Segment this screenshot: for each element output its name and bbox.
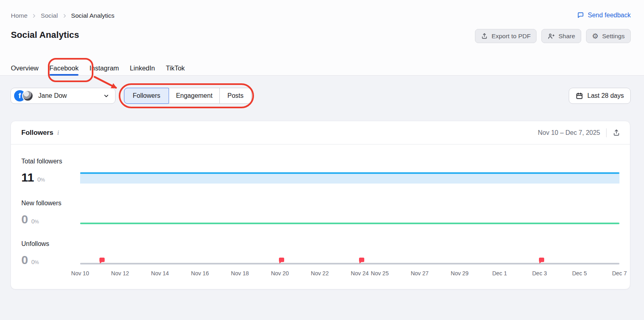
x-tick: Dec 1 xyxy=(492,270,507,277)
unfollows-value: 0 xyxy=(21,254,28,266)
social-analytics-page: Home Social Social Analytics Send feedba… xyxy=(0,0,644,320)
upload-icon xyxy=(481,33,488,39)
x-tick: Nov 20 xyxy=(271,270,289,277)
settings-label: Settings xyxy=(602,33,625,40)
tab-overview[interactable]: Overview xyxy=(11,60,39,76)
x-tick: Nov 22 xyxy=(311,270,328,277)
x-tick: Nov 10 xyxy=(71,270,89,277)
gear-icon: ⚙ xyxy=(592,33,599,40)
event-flag-nov-20[interactable] xyxy=(279,258,284,262)
total-followers-area-fill xyxy=(80,174,619,184)
breadcrumb-home[interactable]: Home xyxy=(11,12,27,19)
breadcrumb-social[interactable]: Social xyxy=(41,12,58,19)
panel-title: Followers xyxy=(21,129,53,137)
x-tick: Nov 27 xyxy=(411,270,428,277)
panel-date-range: Nov 10 – Dec 7, 2025 xyxy=(538,129,600,136)
metric-label-new-followers: New followers xyxy=(21,200,62,207)
segment-followers[interactable]: Followers xyxy=(124,88,169,104)
avatar xyxy=(22,90,33,101)
chevron-right-icon xyxy=(31,13,37,19)
page-title: Social Analytics xyxy=(11,30,79,40)
profile-selector[interactable]: f Jane Dow xyxy=(10,88,116,104)
x-tick: Nov 16 xyxy=(191,270,209,277)
export-to-pdf-label: Export to PDF xyxy=(491,33,530,40)
network-tabs: Overview Facebook Instagram LinkedIn Tik… xyxy=(11,60,185,76)
chevron-down-icon xyxy=(103,93,109,99)
calendar-icon xyxy=(576,92,583,100)
unfollows-change: 0% xyxy=(31,256,39,269)
segment-posts[interactable]: Posts xyxy=(220,88,251,103)
followers-panel-header: Followers i Nov 10 – Dec 7, 2025 xyxy=(11,121,630,145)
tab-linkedin[interactable]: LinkedIn xyxy=(130,60,155,76)
event-flag-dec-3[interactable] xyxy=(539,258,544,262)
x-tick: Nov 25 xyxy=(371,270,388,277)
metric-value-new-followers: 0 0% xyxy=(21,213,39,228)
date-range-label: Last 28 days xyxy=(587,92,624,99)
breadcrumb: Home Social Social Analytics xyxy=(11,12,114,19)
followers-panel: Followers i Nov 10 – Dec 7, 2025 Total f… xyxy=(10,121,630,289)
followers-chart: Total followers 11 0% New followers 0 0%… xyxy=(11,145,630,289)
profile-avatars: f xyxy=(14,90,34,101)
tab-facebook[interactable]: Facebook xyxy=(50,60,78,76)
send-feedback-link[interactable]: Send feedback xyxy=(577,11,631,19)
chevron-right-icon xyxy=(62,13,67,19)
total-followers-value: 11 xyxy=(21,171,34,184)
x-tick: Dec 5 xyxy=(572,270,587,277)
breadcrumb-current: Social Analytics xyxy=(71,12,115,19)
feedback-bubble-icon xyxy=(577,11,584,19)
metric-value-total-followers: 11 0% xyxy=(21,171,45,186)
metric-view-switcher: Followers Engagement Posts xyxy=(124,88,252,104)
new-followers-change: 0% xyxy=(31,215,39,228)
segment-engagement[interactable]: Engagement xyxy=(169,88,220,103)
header-actions: Export to PDF Share ⚙ Settings xyxy=(475,29,631,43)
new-followers-line xyxy=(80,223,619,224)
x-tick: Nov 29 xyxy=(451,270,469,277)
plot-area: Nov 10 Nov 12 Nov 14 Nov 16 Nov 18 Nov 2… xyxy=(80,145,619,289)
share-label: Share xyxy=(558,33,575,40)
metric-label-total-followers: Total followers xyxy=(21,158,62,165)
metric-value-unfollows: 0 0% xyxy=(21,254,39,269)
divider xyxy=(606,128,607,137)
info-icon[interactable]: i xyxy=(57,129,59,136)
export-to-pdf-button[interactable]: Export to PDF xyxy=(475,29,537,43)
tab-tiktok[interactable]: TikTok xyxy=(166,60,185,76)
metric-label-unfollows: Unfollows xyxy=(21,240,49,248)
x-tick: Nov 24 xyxy=(351,270,369,277)
export-chart-icon[interactable] xyxy=(613,129,620,136)
share-button[interactable]: Share xyxy=(541,29,581,43)
x-tick: Dec 3 xyxy=(532,270,547,277)
unfollows-line xyxy=(80,263,619,264)
x-tick: Nov 12 xyxy=(111,270,129,277)
x-tick: Dec 7 xyxy=(612,270,627,277)
x-tick: Nov 14 xyxy=(151,270,169,277)
new-followers-value: 0 xyxy=(21,213,28,226)
event-flag-nov-11[interactable] xyxy=(99,258,105,262)
page-header: Home Social Social Analytics Send feedba… xyxy=(0,0,644,76)
total-followers-change: 0% xyxy=(37,173,45,186)
settings-button[interactable]: ⚙ Settings xyxy=(586,29,631,43)
x-tick: Nov 18 xyxy=(231,270,249,277)
annotation-arrow xyxy=(95,77,116,88)
tab-instagram[interactable]: Instagram xyxy=(89,60,119,76)
profile-name: Jane Dow xyxy=(38,92,103,99)
date-range-button[interactable]: Last 28 days xyxy=(569,88,631,104)
person-plus-icon xyxy=(547,33,555,40)
event-flag-nov-24[interactable] xyxy=(359,258,364,262)
send-feedback-label: Send feedback xyxy=(588,12,631,19)
